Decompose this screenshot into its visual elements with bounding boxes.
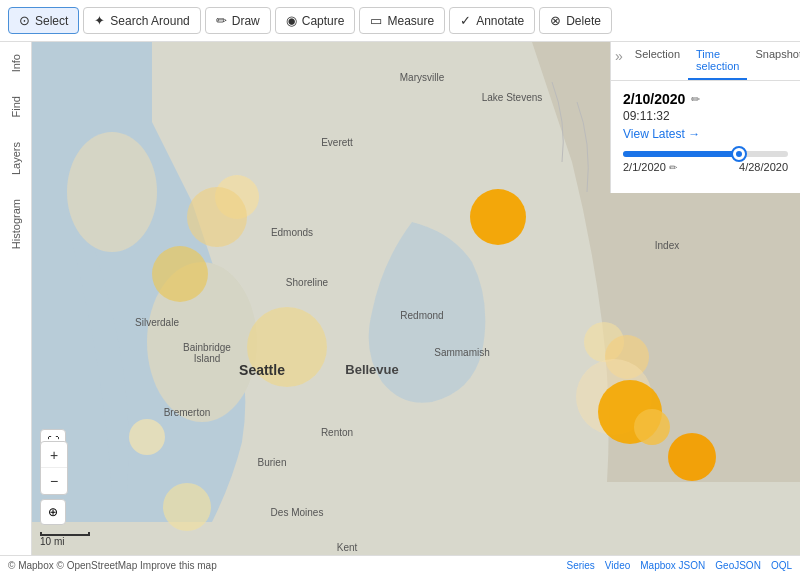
thumb-inner [736, 151, 742, 157]
capture-tool-button[interactable]: ◉ Capture [275, 7, 356, 34]
attribution-text: © Mapbox © OpenStreetMap Improve this ma… [8, 560, 217, 571]
zoom-out-icon: − [50, 473, 58, 489]
zoom-out-button[interactable]: − [41, 468, 67, 494]
search-around-tool-label: Search Around [110, 14, 189, 28]
map-bubble[interactable] [187, 187, 247, 247]
measure-tool-button[interactable]: ▭ Measure [359, 7, 445, 34]
search-around-tool-button[interactable]: ✦ Search Around [83, 7, 200, 34]
location-icon: ⊕ [48, 505, 58, 519]
measure-tool-label: Measure [387, 14, 434, 28]
timeline-fill [623, 151, 739, 157]
map-bubble[interactable] [470, 189, 526, 245]
date-edit-icon[interactable]: ✏ [691, 93, 700, 106]
sidebar-item-histogram[interactable]: Histogram [10, 187, 22, 261]
sidebar-item-find[interactable]: Find [10, 84, 22, 129]
scale-label: 10 mi [40, 536, 64, 547]
map-bubble[interactable] [163, 483, 211, 531]
svg-point-2 [67, 132, 157, 252]
selected-time: 09:11:32 [623, 109, 788, 123]
oql-link[interactable]: OQL [771, 560, 792, 571]
bottom-right-links: Series Video Mapbox JSON GeoJSON OQL [567, 560, 793, 571]
panel-content: 2/10/2020 ✏ 09:11:32 View Latest → 2/1/2… [611, 81, 800, 193]
delete-tool-button[interactable]: ⊗ Delete [539, 7, 612, 34]
sidebar-item-info[interactable]: Info [10, 42, 22, 84]
draw-tool-button[interactable]: ✏ Draw [205, 7, 271, 34]
panel-tabs: » Selection Time selection Snapshots [611, 42, 800, 81]
left-sidebar: Info Find Layers Histogram [0, 42, 32, 555]
video-link[interactable]: Video [605, 560, 630, 571]
delete-icon: ⊗ [550, 13, 561, 28]
tab-time-selection[interactable]: Time selection [688, 42, 747, 80]
toolbar: ⊙ Select ✦ Search Around ✏ Draw ◉ Captur… [0, 0, 800, 42]
tab-selection[interactable]: Selection [627, 42, 688, 80]
select-icon: ⊙ [19, 13, 30, 28]
timeline-dates: 2/1/2020 ✏ 4/28/2020 [623, 161, 788, 173]
start-date-edit-icon[interactable]: ✏ [669, 162, 677, 173]
right-panel: » Selection Time selection Snapshots 2/1… [610, 42, 800, 193]
selected-date: 2/10/2020 [623, 91, 685, 107]
timeline-container: 2/1/2020 ✏ 4/28/2020 [623, 151, 788, 173]
capture-icon: ◉ [286, 13, 297, 28]
map-bubble[interactable] [129, 419, 165, 455]
delete-tool-label: Delete [566, 14, 601, 28]
view-latest-link[interactable]: View Latest → [623, 127, 700, 141]
date-row: 2/10/2020 ✏ [623, 91, 788, 107]
end-date: 4/28/2020 [739, 161, 788, 173]
bottom-bar: © Mapbox © OpenStreetMap Improve this ma… [0, 555, 800, 575]
tab-snapshots[interactable]: Snapshots [747, 42, 800, 80]
mapbox-json-link[interactable]: Mapbox JSON [640, 560, 705, 571]
map-bubble[interactable] [152, 246, 208, 302]
map-bubble[interactable] [634, 409, 670, 445]
scale-bar: 10 mi [40, 532, 90, 547]
sidebar-item-layers[interactable]: Layers [10, 130, 22, 187]
zoom-controls: + − [40, 441, 68, 495]
annotate-tool-label: Annotate [476, 14, 524, 28]
panel-chevron-icon[interactable]: » [611, 42, 627, 80]
zoom-in-button[interactable]: + [41, 442, 67, 468]
timeline-track[interactable] [623, 151, 788, 157]
search-around-icon: ✦ [94, 13, 105, 28]
capture-tool-label: Capture [302, 14, 345, 28]
select-tool-label: Select [35, 14, 68, 28]
draw-tool-label: Draw [232, 14, 260, 28]
map-bubble[interactable] [668, 433, 716, 481]
timeline-thumb[interactable] [731, 146, 747, 162]
zoom-in-icon: + [50, 447, 58, 463]
annotate-icon: ✓ [460, 13, 471, 28]
select-tool-button[interactable]: ⊙ Select [8, 7, 79, 34]
measure-icon: ▭ [370, 13, 382, 28]
series-link[interactable]: Series [567, 560, 595, 571]
start-date: 2/1/2020 [623, 161, 666, 173]
map-bubble[interactable] [247, 307, 327, 387]
geojson-link[interactable]: GeoJSON [715, 560, 761, 571]
location-button[interactable]: ⊕ [40, 499, 66, 525]
annotate-tool-button[interactable]: ✓ Annotate [449, 7, 535, 34]
draw-icon: ✏ [216, 13, 227, 28]
